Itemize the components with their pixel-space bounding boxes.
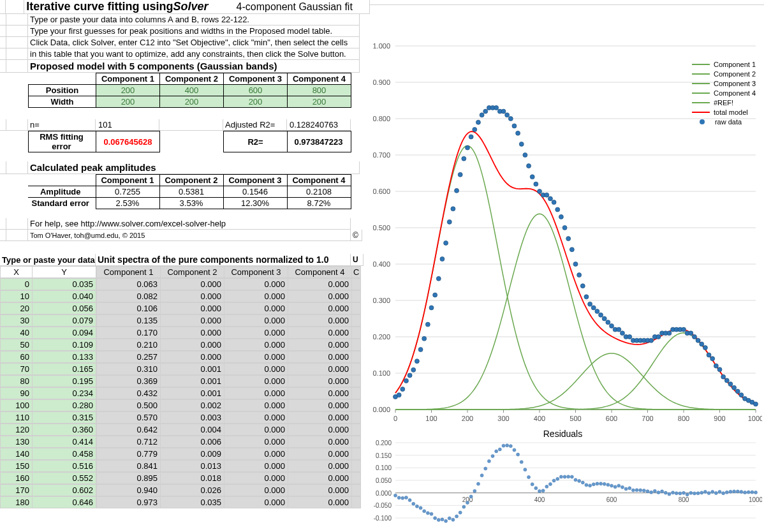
y-cell[interactable]: 0.360 bbox=[33, 424, 96, 436]
unit-cell: 0.000 bbox=[288, 327, 352, 339]
x-cell[interactable]: 60 bbox=[1, 351, 33, 363]
x-cell[interactable]: 110 bbox=[1, 412, 33, 424]
position-cell[interactable]: 400 bbox=[160, 85, 224, 96]
svg-point-81 bbox=[523, 153, 527, 158]
y-cell[interactable]: 0.280 bbox=[33, 400, 96, 411]
unit-suffix: U bbox=[351, 254, 364, 266]
proposed-model-table: Component 1 Component 2 Component 3 Comp… bbox=[28, 73, 351, 108]
unit-cell: 0.210 bbox=[97, 339, 161, 351]
svg-point-118 bbox=[656, 335, 661, 339]
unit-cell: 0.000 bbox=[224, 436, 288, 448]
width-cell[interactable]: 200 bbox=[288, 96, 351, 108]
y-cell[interactable]: 0.195 bbox=[33, 376, 96, 387]
unit-cell: 0.000 bbox=[224, 424, 288, 436]
unit-cell: 0.000 bbox=[161, 291, 224, 302]
unit-cell: 0.000 bbox=[224, 485, 288, 496]
svg-text:-0.050: -0.050 bbox=[374, 502, 392, 509]
residuals-title: Residuals bbox=[364, 429, 762, 439]
svg-point-236 bbox=[646, 490, 649, 493]
svg-point-227 bbox=[613, 485, 617, 489]
unit-cell: 0.712 bbox=[97, 436, 161, 448]
svg-point-179 bbox=[441, 518, 444, 521]
width-cell[interactable]: 200 bbox=[96, 96, 160, 108]
unit-cell: 0.003 bbox=[161, 412, 224, 424]
svg-point-130 bbox=[700, 342, 704, 346]
unit-cell: 0.000 bbox=[288, 424, 352, 436]
svg-point-249 bbox=[693, 492, 696, 495]
y-cell[interactable]: 0.516 bbox=[33, 461, 96, 472]
svg-text:0.500: 0.500 bbox=[372, 224, 390, 232]
svg-point-171 bbox=[412, 502, 415, 505]
x-cell[interactable]: 40 bbox=[1, 327, 33, 339]
y-cell[interactable]: 0.602 bbox=[33, 485, 96, 496]
x-cell[interactable]: 120 bbox=[1, 424, 33, 436]
svg-point-52 bbox=[418, 347, 423, 351]
svg-point-94 bbox=[569, 248, 574, 252]
svg-point-252 bbox=[703, 490, 707, 493]
y-cell[interactable]: 0.094 bbox=[33, 327, 96, 339]
help-link-text[interactable]: For help, see http://www.solver.com/exce… bbox=[28, 218, 351, 230]
svg-text:800: 800 bbox=[679, 496, 689, 503]
position-cell[interactable]: 600 bbox=[224, 85, 288, 96]
unit-cell: 0.001 bbox=[161, 364, 224, 375]
unit-cell: 0.000 bbox=[288, 291, 352, 302]
row-stderr-label: Standard error bbox=[28, 198, 96, 209]
x-cell[interactable]: 20 bbox=[1, 303, 33, 314]
position-cell[interactable]: 800 bbox=[288, 85, 351, 96]
y-cell[interactable]: 0.165 bbox=[33, 364, 96, 375]
y-cell[interactable]: 0.056 bbox=[33, 303, 96, 314]
svg-point-230 bbox=[624, 487, 628, 491]
x-cell[interactable]: 170 bbox=[1, 485, 33, 496]
unit-cell: 0.000 bbox=[288, 400, 352, 411]
svg-point-202 bbox=[524, 468, 527, 471]
y-cell[interactable]: 0.079 bbox=[33, 315, 96, 327]
unit-cell: 0.257 bbox=[97, 351, 161, 363]
y-cell[interactable]: 0.035 bbox=[33, 279, 96, 290]
svg-point-220 bbox=[589, 484, 592, 487]
svg-point-196 bbox=[502, 444, 505, 447]
y-cell[interactable]: 0.109 bbox=[33, 339, 96, 351]
x-cell[interactable]: 130 bbox=[1, 436, 33, 448]
svg-point-226 bbox=[610, 484, 613, 487]
x-cell[interactable]: 30 bbox=[1, 315, 33, 327]
y-cell[interactable]: 0.133 bbox=[33, 351, 96, 363]
unit-cell: 0.973 bbox=[97, 497, 161, 508]
x-cell[interactable]: 140 bbox=[1, 448, 33, 460]
svg-point-192 bbox=[487, 459, 490, 462]
y-cell[interactable]: 0.646 bbox=[33, 497, 96, 508]
svg-text:200: 200 bbox=[462, 415, 473, 422]
rms-value: 0.067645628 bbox=[104, 137, 152, 147]
y-cell[interactable]: 0.234 bbox=[33, 388, 96, 399]
x-cell[interactable]: 150 bbox=[1, 461, 33, 472]
svg-point-232 bbox=[631, 489, 635, 492]
svg-point-141 bbox=[739, 393, 744, 397]
svg-point-204 bbox=[531, 483, 534, 486]
svg-point-90 bbox=[555, 207, 560, 212]
width-cell[interactable]: 200 bbox=[224, 96, 288, 108]
svg-point-206 bbox=[538, 489, 541, 492]
svg-text:0: 0 bbox=[393, 415, 397, 422]
x-cell[interactable]: 90 bbox=[1, 388, 33, 399]
svg-point-55 bbox=[429, 306, 434, 310]
x-cell[interactable]: 0 bbox=[1, 279, 33, 290]
x-cell[interactable]: 50 bbox=[1, 339, 33, 351]
x-cell[interactable]: 180 bbox=[1, 497, 33, 508]
y-cell[interactable]: 0.040 bbox=[33, 291, 96, 302]
y-cell[interactable]: 0.458 bbox=[33, 448, 96, 460]
y-cell[interactable]: 0.414 bbox=[33, 436, 96, 448]
x-cell[interactable]: 70 bbox=[1, 364, 33, 375]
svg-point-76 bbox=[505, 113, 510, 117]
amp-header: Calculated peak amplitudes bbox=[28, 161, 360, 174]
unit-cell: 0.009 bbox=[161, 448, 224, 460]
position-cell[interactable]: 200 bbox=[96, 85, 160, 96]
x-cell[interactable]: 100 bbox=[1, 400, 33, 411]
svg-point-210 bbox=[552, 479, 555, 482]
x-cell[interactable]: 10 bbox=[1, 291, 33, 302]
y-cell[interactable]: 0.552 bbox=[33, 473, 96, 484]
x-cell[interactable]: 80 bbox=[1, 376, 33, 387]
title-solver: Solver bbox=[173, 0, 208, 13]
amplitude-table: Component 1 Component 2 Component 3 Comp… bbox=[28, 174, 351, 209]
width-cell[interactable]: 200 bbox=[160, 96, 224, 108]
x-cell[interactable]: 160 bbox=[1, 473, 33, 484]
y-cell[interactable]: 0.315 bbox=[33, 412, 96, 424]
